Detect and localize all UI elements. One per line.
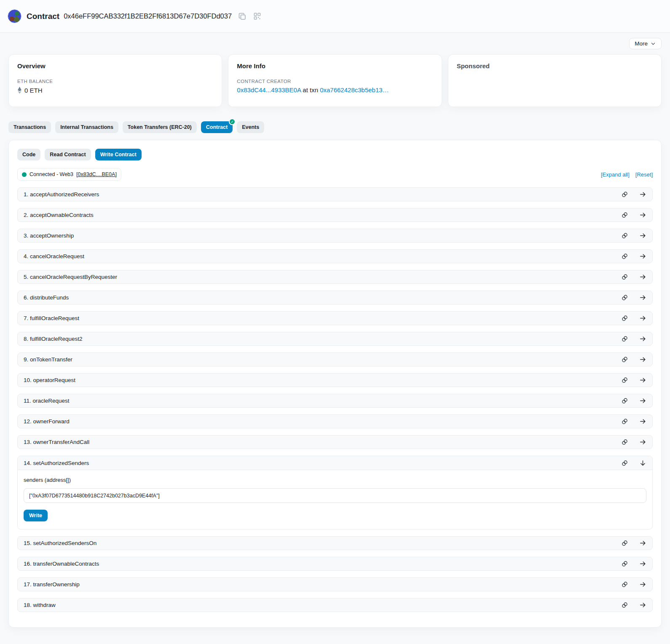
- function-label: 2. acceptOwnableContracts: [24, 212, 94, 218]
- more-info-title: More Info: [237, 62, 433, 69]
- tab-token-transfers[interactable]: Token Transfers (ERC-20): [123, 121, 197, 133]
- function-row-acceptOwnership[interactable]: 3. acceptOwnership: [17, 229, 653, 243]
- subtab-read-contract[interactable]: Read Contract: [45, 149, 91, 160]
- function-row-ownerTransferAndCall[interactable]: 13. ownerTransferAndCall: [17, 435, 653, 449]
- function-row-setAuthorizedSenders[interactable]: 14. setAuthorizedSenders: [18, 456, 652, 470]
- expand-arrow-icon[interactable]: [639, 397, 646, 404]
- eth-icon: [17, 86, 22, 94]
- expand-arrow-icon[interactable]: [639, 581, 646, 588]
- eth-balance-label: ETH BALANCE: [17, 79, 213, 84]
- function-label: 12. ownerForward: [24, 418, 70, 425]
- creator-address-link[interactable]: 0x83dC44...4933BE0A: [237, 86, 301, 94]
- expand-arrow-icon[interactable]: [639, 418, 646, 425]
- link-icon[interactable]: [621, 418, 628, 425]
- function-label: 8. fulfillOracleRequest2: [24, 336, 83, 342]
- expand-arrow-icon[interactable]: [639, 560, 646, 567]
- more-button[interactable]: More: [629, 38, 662, 49]
- function-label: 9. onTokenTransfer: [24, 356, 72, 363]
- link-icon[interactable]: [621, 294, 628, 301]
- link-icon[interactable]: [621, 315, 628, 322]
- function-row-cancelOracleRequestByRequester[interactable]: 5. cancelOracleRequestByRequester: [17, 270, 653, 284]
- chevron-down-icon: [650, 41, 656, 47]
- qr-code-icon[interactable]: [253, 12, 261, 20]
- function-label: 7. fulfillOracleRequest: [24, 315, 79, 321]
- link-icon[interactable]: [621, 211, 628, 219]
- tab-transactions[interactable]: Transactions: [8, 121, 51, 133]
- contract-creator-label: CONTRACT CREATOR: [237, 79, 433, 84]
- function-label: 1. acceptAuthorizedReceivers: [24, 191, 99, 198]
- expand-arrow-icon[interactable]: [639, 211, 646, 219]
- collapse-arrow-icon[interactable]: [639, 460, 646, 467]
- link-icon[interactable]: [621, 397, 628, 404]
- expand-arrow-icon[interactable]: [639, 377, 646, 384]
- function-row-oracleRequest[interactable]: 11. oracleRequest: [17, 394, 653, 408]
- link-icon[interactable]: [621, 560, 628, 567]
- link-icon[interactable]: [621, 540, 628, 547]
- expand-arrow-icon[interactable]: [639, 335, 646, 342]
- function-row-transferOwnership[interactable]: 17. transferOwnership: [17, 577, 653, 591]
- function-label: 16. transferOwnableContracts: [24, 561, 99, 567]
- tab-events[interactable]: Events: [237, 121, 264, 133]
- function-label: 4. cancelOracleRequest: [24, 253, 84, 259]
- verified-check-icon: ✓: [229, 118, 236, 125]
- expand-arrow-icon[interactable]: [639, 315, 646, 322]
- function-row-withdraw[interactable]: 18. withdraw: [17, 598, 653, 612]
- function-row-acceptOwnableContracts[interactable]: 2. acceptOwnableContracts: [17, 208, 653, 222]
- write-button[interactable]: Write: [24, 510, 48, 521]
- function-label: 13. ownerTransferAndCall: [24, 439, 89, 445]
- function-row-acceptAuthorizedReceivers[interactable]: 1. acceptAuthorizedReceivers: [17, 187, 653, 201]
- function-row-distributeFunds[interactable]: 6. distributeFunds: [17, 291, 653, 305]
- creator-at-txn-text: at txn: [303, 86, 318, 94]
- link-icon[interactable]: [621, 191, 628, 198]
- link-icon[interactable]: [621, 438, 628, 446]
- reset-link[interactable]: [Reset]: [635, 171, 653, 178]
- function-row-transferOwnableContracts[interactable]: 16. transferOwnableContracts: [17, 557, 653, 571]
- link-icon[interactable]: [621, 460, 628, 467]
- tab-internal-transactions[interactable]: Internal Transactions: [55, 121, 118, 133]
- link-icon[interactable]: [621, 356, 628, 363]
- expand-arrow-icon[interactable]: [639, 540, 646, 547]
- subtab-code[interactable]: Code: [17, 149, 40, 160]
- function-row-fulfillOracleRequest[interactable]: 7. fulfillOracleRequest: [17, 311, 653, 325]
- function-row-setAuthorizedSendersOn[interactable]: 15. setAuthorizedSendersOn: [17, 536, 653, 550]
- more-info-card: More Info CONTRACT CREATOR 0x83dC44...49…: [228, 54, 442, 107]
- expand-arrow-icon[interactable]: [639, 253, 646, 260]
- link-icon[interactable]: [621, 232, 628, 239]
- function-row-operatorRequest[interactable]: 10. operatorRequest: [17, 373, 653, 387]
- tab-contract[interactable]: Contract ✓: [201, 121, 233, 133]
- page-title: Contract: [27, 12, 59, 21]
- function-label: 15. setAuthorizedSendersOn: [24, 540, 96, 546]
- link-icon[interactable]: [621, 377, 628, 384]
- eth-balance-value: 0 ETH: [24, 87, 43, 94]
- contract-avatar: [8, 9, 21, 23]
- function-expanded-setAuthorizedSenders: 14. setAuthorizedSenders senders (addres…: [17, 456, 653, 529]
- link-icon[interactable]: [621, 253, 628, 260]
- function-label: 17. transferOwnership: [24, 581, 80, 588]
- link-icon[interactable]: [621, 581, 628, 588]
- copy-address-icon[interactable]: [238, 12, 247, 21]
- connected-wallet-link[interactable]: [0x83dC....BE0A]: [76, 171, 117, 177]
- function-row-fulfillOracleRequest2[interactable]: 8. fulfillOracleRequest2: [17, 332, 653, 346]
- expand-all-link[interactable]: [Expand all]: [601, 171, 630, 178]
- wallet-connect-status[interactable]: Connected - Web3 [0x83dC....BE0A]: [17, 168, 121, 181]
- link-icon[interactable]: [621, 601, 628, 609]
- sponsored-card: Sponsored: [448, 54, 662, 107]
- senders-input[interactable]: [24, 488, 646, 503]
- expand-arrow-icon[interactable]: [639, 438, 646, 446]
- expand-arrow-icon[interactable]: [639, 273, 646, 281]
- link-icon[interactable]: [621, 273, 628, 281]
- page-header: Contract 0x46eFF99CAB332f1B2EB2Ff6813D67…: [0, 0, 670, 33]
- expand-arrow-icon[interactable]: [639, 601, 646, 609]
- expand-arrow-icon[interactable]: [639, 294, 646, 301]
- creator-txn-link[interactable]: 0xa7662428c3b5eb13…: [320, 86, 389, 94]
- function-label: 14. setAuthorizedSenders: [24, 460, 89, 466]
- expand-arrow-icon[interactable]: [639, 191, 646, 198]
- expand-arrow-icon[interactable]: [639, 232, 646, 239]
- function-row-onTokenTransfer[interactable]: 9. onTokenTransfer: [17, 353, 653, 366]
- link-icon[interactable]: [621, 335, 628, 342]
- overview-title: Overview: [17, 62, 213, 69]
- function-row-cancelOracleRequest[interactable]: 4. cancelOracleRequest: [17, 249, 653, 263]
- subtab-write-contract[interactable]: Write Contract: [95, 149, 142, 160]
- function-row-ownerForward[interactable]: 12. ownerForward: [17, 414, 653, 428]
- expand-arrow-icon[interactable]: [639, 356, 646, 363]
